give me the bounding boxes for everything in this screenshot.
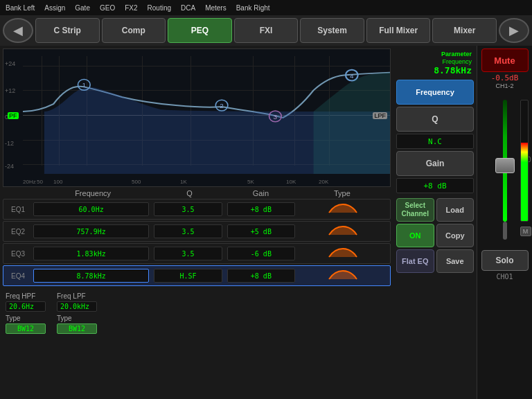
svg-text:1: 1: [82, 82, 87, 89]
load-btn[interactable]: Load: [436, 198, 475, 222]
eq3-label: EQ3: [6, 250, 30, 258]
q-value-display: N.C: [396, 134, 474, 149]
eq3-freq[interactable]: 1.83kHz: [33, 247, 149, 260]
x-label-50: 50: [37, 179, 43, 185]
gain-btn[interactable]: Gain: [396, 151, 474, 176]
action-buttons: SelectChannel Load ON Copy Flat EQ Save: [396, 198, 474, 273]
tab-fxi[interactable]: FXI: [234, 18, 299, 43]
top-bar: Bank Left Assign Gate GEO FX2 Routing DC…: [0, 0, 532, 15]
type-header: Type: [296, 189, 388, 197]
eq3-gain[interactable]: -6 dB: [227, 247, 295, 260]
eq4-gain[interactable]: +8 dB: [227, 269, 295, 283]
x-label-20k: 20K: [319, 179, 328, 185]
tab-mixer[interactable]: Mixer: [432, 18, 497, 43]
left-arrow-icon: ◀: [13, 23, 23, 38]
assign-btn[interactable]: Assign: [42, 3, 68, 12]
param-name-right: Frequency: [398, 58, 472, 65]
geo-btn[interactable]: GEO: [97, 3, 118, 12]
nav-tabs: ◀ C Strip Comp PEQ FXI System Full Mixer…: [0, 15, 532, 46]
eq4-freq[interactable]: 8.78kHz: [33, 269, 149, 283]
band-controls: Frequency Q Gain Type EQ1 60.0Hz 3.5 +8 …: [3, 189, 391, 286]
eq2-q[interactable]: 3.5: [154, 224, 222, 238]
eq2-gain[interactable]: +5 dB: [227, 224, 295, 238]
select-channel-btn[interactable]: SelectChannel: [396, 198, 434, 222]
bank-right-btn[interactable]: Bank Right: [233, 3, 273, 12]
gain-value-display: +8 dB: [396, 178, 474, 193]
x-label-5k: 5K: [247, 179, 254, 185]
eq2-freq[interactable]: 757.9Hz: [33, 224, 149, 238]
hpf-lpf-controls: Freq HPF 20.6Hz Type BW12 Freq LPF 20.0k…: [0, 290, 393, 337]
eq4-q[interactable]: H.SF: [154, 269, 222, 283]
fx2-btn[interactable]: FX2: [122, 3, 140, 12]
svg-text:3: 3: [274, 113, 278, 120]
tab-system[interactable]: System: [300, 18, 364, 43]
param-section-label: Parameter: [398, 51, 472, 57]
lpf-type-value[interactable]: BW12: [57, 323, 97, 334]
hpf-type-value[interactable]: BW12: [6, 323, 46, 334]
gate-btn[interactable]: Gate: [72, 3, 93, 12]
copy-btn[interactable]: Copy: [436, 224, 475, 247]
routing-btn[interactable]: Routing: [145, 3, 174, 12]
hpf-label: Freq HPF: [6, 292, 46, 300]
frequency-btn[interactable]: Frequency: [396, 80, 474, 105]
lpf-type-label: Type: [57, 314, 97, 322]
main-area: +24 +12 0dB -12 -24: [0, 46, 532, 399]
eq4-type: [300, 269, 386, 283]
x-label-1k: 1K: [180, 179, 187, 185]
lpf-label: Freq LPF: [57, 292, 97, 300]
pf-label: PF: [8, 112, 19, 119]
level-meter: [520, 100, 529, 222]
hpf-group: Freq HPF 20.6Hz Type BW12: [6, 292, 46, 334]
eq2-label: EQ2: [6, 228, 30, 236]
eq1-freq[interactable]: 60.0Hz: [33, 202, 149, 216]
eq1-label: EQ1: [6, 206, 30, 213]
eq-graph[interactable]: +24 +12 0dB -12 -24: [3, 48, 391, 187]
dca-btn[interactable]: DCA: [178, 3, 198, 12]
eq4-label: EQ4: [6, 272, 30, 280]
q-btn[interactable]: Q: [396, 107, 474, 132]
flat-eq-btn[interactable]: Flat EQ: [396, 249, 434, 273]
x-label-10k: 10K: [286, 179, 296, 185]
save-btn[interactable]: Save: [436, 249, 475, 273]
nav-right-arrow[interactable]: ▶: [499, 18, 529, 43]
fader-track-gray: [503, 222, 507, 240]
y-label-n24: -24: [5, 163, 14, 170]
fader-knob[interactable]: [495, 158, 515, 173]
meters-btn[interactable]: Meters: [202, 3, 229, 12]
y-label-24: +24: [5, 60, 15, 67]
fader-section: Mute -0.5dB CH1-2 0 M Solo CHO1: [477, 46, 532, 399]
mute-btn[interactable]: Mute: [481, 48, 529, 72]
tab-peq[interactable]: PEQ: [168, 18, 232, 43]
eq1-q[interactable]: 3.5: [154, 202, 222, 216]
eq3-q[interactable]: 3.5: [154, 247, 222, 260]
eq1-row[interactable]: EQ1 60.0Hz 3.5 +8 dB: [3, 199, 391, 220]
bank-left-btn[interactable]: Bank Left: [3, 3, 37, 12]
ch1-label: CHO1: [496, 273, 513, 281]
eq1-gain[interactable]: +8 dB: [227, 202, 295, 216]
lpf-value[interactable]: 20.0kHz: [57, 301, 97, 312]
middle-controls: Parameter Frequency 8.78kHz Frequency Q …: [393, 46, 477, 399]
x-label-500: 500: [132, 179, 141, 185]
tab-fullmixer[interactable]: Full Mixer: [366, 18, 431, 43]
fader-track[interactable]: 0 M: [494, 92, 516, 245]
svg-text:2: 2: [220, 103, 224, 109]
band-header: Frequency Q Gain Type: [3, 189, 391, 197]
eq2-type: [300, 224, 386, 238]
eq2-row[interactable]: EQ2 757.9Hz 3.5 +5 dB: [3, 221, 391, 242]
on-btn[interactable]: ON: [396, 224, 434, 247]
hpf-value[interactable]: 20.6Hz: [6, 301, 46, 312]
eq3-row[interactable]: EQ3 1.83kHz 3.5 -6 dB: [3, 243, 391, 264]
solo-btn[interactable]: Solo: [481, 250, 529, 271]
nav-left-arrow[interactable]: ◀: [3, 18, 33, 43]
eq-curve-svg: 1 2 3 4: [23, 49, 390, 174]
db-display: -0.5dB: [491, 73, 519, 82]
m-badge: M: [520, 227, 531, 236]
x-label-100: 100: [53, 179, 62, 185]
eq4-row[interactable]: EQ4 8.78kHz H.SF +8 dB: [3, 265, 391, 286]
tab-cstrip[interactable]: C Strip: [35, 18, 100, 43]
freq-header: Frequency: [32, 189, 154, 197]
y-label-n12: -12: [5, 140, 14, 147]
param-value-right: 8.78kHz: [398, 65, 472, 76]
tab-comp[interactable]: Comp: [102, 18, 166, 43]
lpf-label: LPF: [373, 112, 387, 119]
